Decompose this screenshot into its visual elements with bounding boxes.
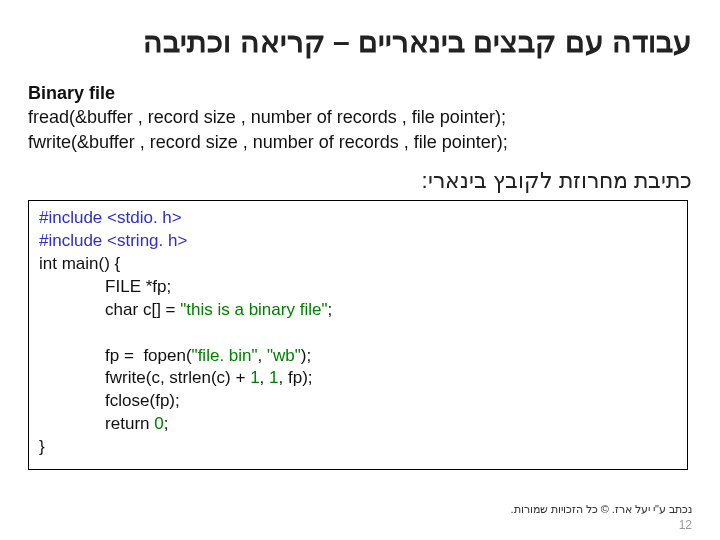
code-include-1-arg: <stdio. h> bbox=[102, 208, 181, 227]
code-char-c: = bbox=[161, 300, 180, 319]
binary-file-description: Binary file fread(&buffer , record size … bbox=[28, 81, 692, 154]
code-fwrite-e: , fp); bbox=[279, 368, 313, 387]
code-block: #include <stdio. h> #include <string. h>… bbox=[28, 200, 688, 470]
code-fopen-c: , bbox=[258, 346, 267, 365]
code-closebrace: } bbox=[39, 437, 45, 456]
slide-title: עבודה עם קבצים בינאריים – קריאה וכתיבה bbox=[28, 24, 692, 59]
code-fopen-e: ); bbox=[301, 346, 311, 365]
code-include-1: #include bbox=[39, 208, 102, 227]
subtitle: כתיבת מחרוזת לקובץ בינארי: bbox=[28, 168, 692, 194]
code-fopen-a: fp = fopen( bbox=[39, 346, 192, 365]
code-string-1: "this is a binary file" bbox=[180, 300, 327, 319]
code-main: int main() { bbox=[39, 254, 120, 273]
code-return-a: return bbox=[39, 414, 154, 433]
desc-heading: Binary file bbox=[28, 83, 115, 103]
code-num-3: 0 bbox=[154, 414, 163, 433]
code-string-2: "file. bin" bbox=[192, 346, 258, 365]
code-filep: FILE *fp; bbox=[39, 277, 171, 296]
code-include-2-arg: <string. h> bbox=[102, 231, 187, 250]
code-char-a: char bbox=[39, 300, 143, 319]
code-string-3: "wb" bbox=[267, 346, 301, 365]
desc-fwrite: fwrite(&buffer , record size , number of… bbox=[28, 132, 508, 152]
code-fwrite-a: fwrite(c, strlen(c) + bbox=[39, 368, 250, 387]
code-char-e: ; bbox=[327, 300, 332, 319]
code-include-2: #include bbox=[39, 231, 102, 250]
footer-credit: נכתב ע"י יעל ארז. © כל הזכויות שמורות. bbox=[510, 503, 692, 516]
code-num-1: 1 bbox=[250, 368, 259, 387]
page-number: 12 bbox=[510, 518, 692, 532]
desc-fread: fread(&buffer , record size , number of … bbox=[28, 107, 506, 127]
code-num-2: 1 bbox=[269, 368, 278, 387]
code-fwrite-c: , bbox=[260, 368, 269, 387]
code-fclose: fclose(fp); bbox=[39, 391, 180, 410]
code-return-c: ; bbox=[164, 414, 169, 433]
code-char-b: c[] bbox=[143, 300, 161, 319]
